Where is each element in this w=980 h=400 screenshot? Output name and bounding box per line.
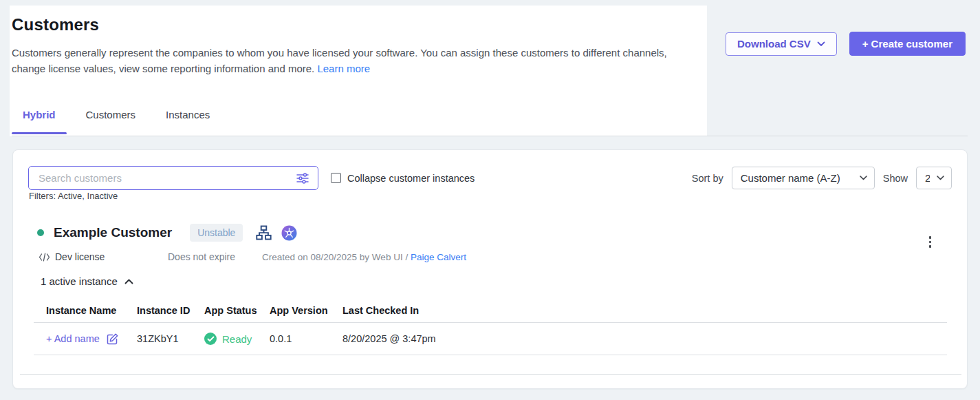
license-type-label: Dev license — [55, 251, 105, 262]
chevron-up-icon — [124, 279, 133, 284]
instances-table-header: Instance Name Instance ID App Status App… — [34, 299, 947, 322]
chevron-down-icon — [937, 176, 944, 180]
sort-by-label: Sort by — [692, 173, 723, 184]
app-version: 0.0.1 — [270, 333, 342, 344]
customer-meta-row: Dev license Does not expire Created on 0… — [39, 251, 466, 262]
page-size-select[interactable]: 20 — [916, 167, 952, 189]
tab-bar-border — [12, 136, 968, 136]
instances-summary: 1 active instance — [41, 275, 118, 287]
col-app-version: App Version — [270, 305, 342, 316]
channel-badge: Unstable — [190, 224, 243, 242]
filter-sliders-icon[interactable] — [296, 172, 309, 185]
collapse-instances-toggle: Collapse customer instances — [331, 173, 475, 184]
chevron-down-icon — [817, 41, 825, 47]
show-label: Show — [883, 173, 908, 184]
code-brackets-icon — [39, 253, 50, 262]
customer-name[interactable]: Example Customer — [54, 225, 172, 240]
app-status: Ready — [204, 333, 270, 345]
customer-row-header: Example Customer Unstable — [37, 224, 297, 242]
created-info: Created on 08/20/2025 by Web UI / Paige … — [262, 252, 466, 262]
instances-collapse-toggle[interactable]: 1 active instance — [41, 275, 133, 287]
tab-bar: Hybrid Customers Instances — [12, 109, 229, 133]
customers-page: Customers Customers generally represent … — [0, 0, 980, 400]
col-app-status: App Status — [204, 305, 270, 316]
license-type: Dev license — [39, 251, 168, 262]
download-csv-label: Download CSV — [737, 38, 811, 50]
last-checked-in: 8/20/2025 @ 3:47pm — [342, 333, 947, 344]
tab-instances[interactable]: Instances — [155, 109, 221, 133]
tab-hybrid[interactable]: Hybrid — [12, 109, 67, 133]
license-expiry: Does not expire — [168, 251, 262, 262]
chevron-down-icon — [860, 176, 867, 180]
header-actions: Download CSV + Create customer — [726, 32, 966, 56]
learn-more-link[interactable]: Learn more — [317, 63, 370, 74]
collapse-instances-label: Collapse customer instances — [347, 173, 475, 184]
edit-pencil-icon — [106, 333, 119, 346]
kubernetes-icon — [281, 225, 297, 241]
add-name-link[interactable]: + Add name — [46, 333, 137, 346]
customer-type-icons — [255, 224, 297, 241]
customer-menu-button[interactable] — [926, 233, 935, 251]
check-circle-icon — [204, 333, 217, 345]
app-status-label: Ready — [222, 333, 252, 345]
active-filters-label: Filters: Active, Inactive — [29, 191, 118, 201]
customers-panel: Collapse customer instances Sort by Cust… — [12, 149, 968, 389]
page-description: Customers generally represent the compan… — [12, 45, 673, 76]
search-input[interactable] — [39, 172, 296, 184]
create-customer-button[interactable]: + Create customer — [849, 32, 966, 56]
add-name-label: + Add name — [46, 333, 100, 344]
instances-table: Instance Name Instance ID App Status App… — [34, 299, 947, 355]
sort-select-value: Customer name (A-Z) — [741, 172, 853, 184]
instance-id[interactable]: 31ZKbY1 — [137, 333, 204, 344]
col-instance-id: Instance ID — [137, 305, 204, 316]
created-by-link[interactable]: Paige Calvert — [411, 252, 466, 262]
col-instance-name: Instance Name — [46, 305, 137, 316]
search-box — [28, 166, 318, 190]
page-title: Customers — [12, 15, 99, 34]
page-size-value: 20 — [925, 172, 930, 184]
sort-select[interactable]: Customer name (A-Z) — [732, 167, 875, 189]
toolbar: Collapse customer instances Sort by Cust… — [28, 166, 952, 190]
download-csv-button[interactable]: Download CSV — [726, 32, 837, 56]
instance-row: + Add name 31ZKbY1 — [34, 323, 947, 355]
tab-customers[interactable]: Customers — [75, 109, 147, 133]
collapse-instances-checkbox[interactable] — [331, 173, 341, 183]
customer-section-divider — [20, 374, 961, 375]
col-last-checked-in: Last Checked In — [342, 305, 947, 316]
sitemap-icon — [255, 224, 272, 241]
created-prefix: Created on 08/20/2025 by Web UI / — [262, 252, 411, 262]
list-controls: Sort by Customer name (A-Z) Show 20 — [692, 167, 952, 189]
active-status-dot — [37, 229, 44, 236]
table-divider — [34, 355, 947, 355]
